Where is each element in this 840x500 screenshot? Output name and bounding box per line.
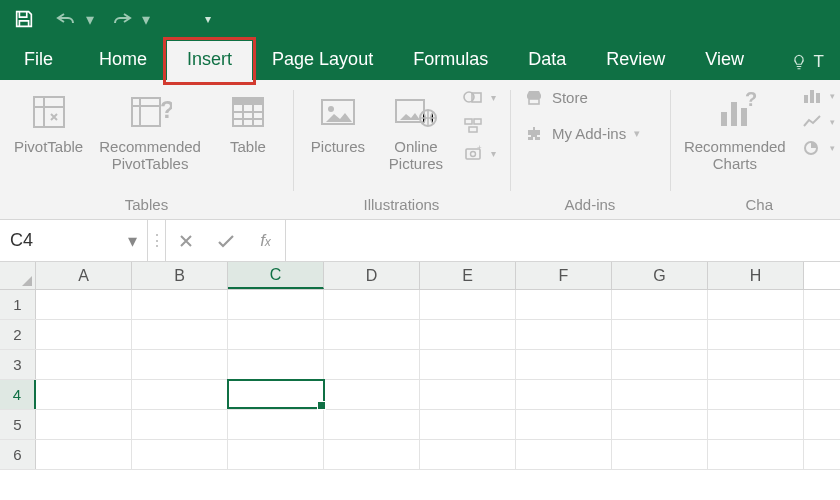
row-head-4[interactable]: 4 [0,380,36,409]
undo-button[interactable] [52,5,80,33]
cell[interactable] [36,380,132,409]
cell[interactable] [708,440,804,469]
cell[interactable] [132,440,228,469]
cell[interactable] [324,410,420,439]
cell[interactable] [516,290,612,319]
select-all-corner[interactable] [0,262,36,289]
cell[interactable] [516,350,612,379]
tab-file[interactable]: File [6,41,79,80]
cell[interactable] [612,350,708,379]
column-chart-button[interactable]: ▾ [798,86,839,106]
col-head-C[interactable]: C [228,262,324,289]
cell[interactable] [420,380,516,409]
tab-view[interactable]: View [685,41,764,80]
recommended-charts-button[interactable]: ? Recommended Charts [680,86,790,175]
cell[interactable] [36,320,132,349]
row-head-2[interactable]: 2 [0,320,36,349]
col-head-F[interactable]: F [516,262,612,289]
cell[interactable] [420,350,516,379]
cell[interactable] [228,440,324,469]
pictures-button[interactable]: Pictures [303,86,373,157]
cell[interactable] [36,290,132,319]
cell[interactable] [708,320,804,349]
formula-input[interactable] [286,220,840,261]
cell[interactable] [132,290,228,319]
cell[interactable] [324,440,420,469]
tab-review[interactable]: Review [586,41,685,80]
insert-function-button[interactable]: fx [246,220,286,261]
row-head-3[interactable]: 3 [0,350,36,379]
pivot-table-button[interactable]: PivotTable [10,86,87,157]
cell[interactable] [132,320,228,349]
cell[interactable] [324,290,420,319]
col-head-H[interactable]: H [708,262,804,289]
cell[interactable] [708,350,804,379]
cell[interactable] [420,320,516,349]
redo-dropdown-icon[interactable]: ▾ [142,10,150,29]
cell[interactable] [420,290,516,319]
cell[interactable] [708,380,804,409]
line-chart-button[interactable]: ▾ [798,112,839,132]
col-head-A[interactable]: A [36,262,132,289]
tell-me-search[interactable]: T [780,44,834,80]
shapes-button[interactable]: ▾ [459,86,500,108]
table-button[interactable]: Table [213,86,283,157]
cell[interactable] [516,440,612,469]
screenshot-button[interactable]: +▾ [459,142,500,164]
tab-page-layout[interactable]: Page Layout [252,41,393,80]
cancel-formula-button[interactable] [166,220,206,261]
cell[interactable] [36,350,132,379]
formula-bar-grip[interactable]: ⋮ [148,220,166,261]
col-head-E[interactable]: E [420,262,516,289]
cell[interactable] [36,440,132,469]
cell[interactable] [228,410,324,439]
cell[interactable] [612,380,708,409]
col-head-B[interactable]: B [132,262,228,289]
pie-chart-button[interactable]: ▾ [798,138,839,158]
cell[interactable] [324,350,420,379]
row-head-1[interactable]: 1 [0,290,36,319]
recommended-pivot-tables-button[interactable]: ? Recommended PivotTables [95,86,205,175]
redo-icon [109,9,135,29]
cell[interactable] [420,410,516,439]
cell[interactable] [324,380,420,409]
cell[interactable] [228,350,324,379]
cell[interactable] [612,410,708,439]
cell[interactable] [516,380,612,409]
cell[interactable] [228,320,324,349]
undo-dropdown-icon[interactable]: ▾ [86,10,94,29]
cell[interactable] [228,380,324,409]
cell[interactable] [132,350,228,379]
row-head-5[interactable]: 5 [0,410,36,439]
redo-button[interactable] [108,5,136,33]
cell[interactable] [516,320,612,349]
cell[interactable] [708,410,804,439]
enter-formula-button[interactable] [206,220,246,261]
cell[interactable] [132,380,228,409]
tab-formulas[interactable]: Formulas [393,41,508,80]
col-head-D[interactable]: D [324,262,420,289]
row-head-6[interactable]: 6 [0,440,36,469]
cell[interactable] [324,320,420,349]
customize-qat-button[interactable]: ▾ [194,5,222,33]
name-box[interactable]: C4 ▾ [0,220,148,261]
cell[interactable] [36,410,132,439]
cell[interactable] [612,290,708,319]
cell[interactable] [228,290,324,319]
my-addins-button[interactable]: My Add-ins ▾ [520,122,660,144]
name-box-dropdown-icon[interactable]: ▾ [128,230,137,252]
tab-home[interactable]: Home [79,41,167,80]
cell[interactable] [612,320,708,349]
cell[interactable] [132,410,228,439]
col-head-G[interactable]: G [612,262,708,289]
cell[interactable] [516,410,612,439]
save-button[interactable] [10,5,38,33]
tab-insert[interactable]: Insert [167,41,252,80]
cell[interactable] [420,440,516,469]
cell[interactable] [708,290,804,319]
smartart-button[interactable] [459,114,500,136]
tab-data[interactable]: Data [508,41,586,80]
store-button[interactable]: Store [520,86,660,108]
online-pictures-button[interactable]: Online Pictures [381,86,451,175]
cell[interactable] [612,440,708,469]
